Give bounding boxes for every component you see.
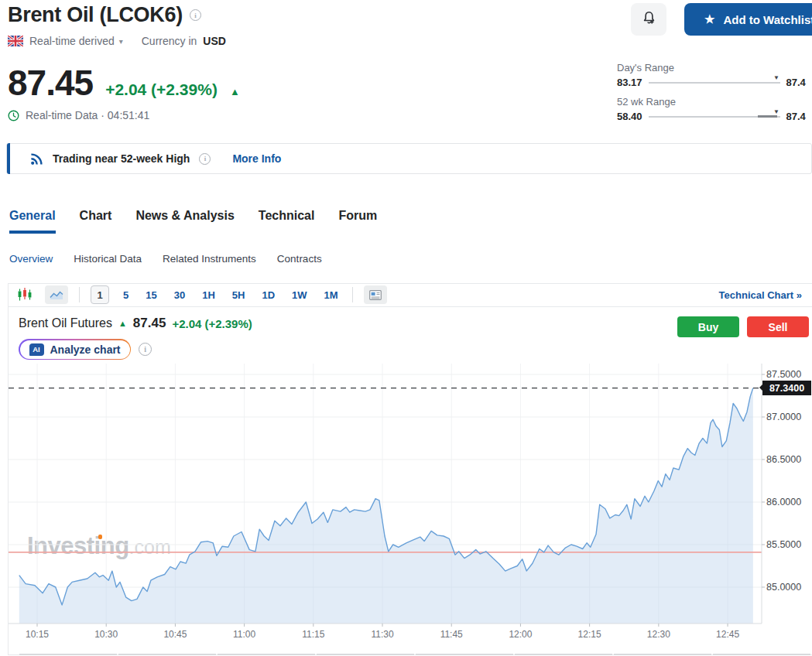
price-up-icon: ▲ [230,86,240,97]
header-title-row: Brent Oil (LCOK6) i [8,3,201,27]
x-axis-label: 11:45 [434,629,468,640]
tab-chart[interactable]: Chart [80,209,112,234]
interval-1w[interactable]: 1W [289,289,310,301]
wk52-range-slider: ▼ [649,116,780,118]
realtime-data-text: Real-time Data · 04:51:41 [26,109,149,121]
x-axis-label: 11:00 [228,629,262,640]
currency-in-label: Currency in [142,35,197,47]
subtab-contracts[interactable]: Contracts [277,253,322,265]
wk52-range-low: 58.40 [617,111,642,122]
table-border-segment [416,654,513,655]
data-type-dropdown[interactable]: Real-time derived ▾ [29,35,123,47]
clock-icon [8,110,19,121]
chart-plot-area[interactable] [9,364,753,624]
price-change: +2.04 (+2.39%) [105,80,218,99]
buy-button[interactable]: Buy [677,316,739,337]
wk52-range-high: 87.4 [786,111,806,122]
chevron-down-icon: ▾ [119,37,123,46]
alert-banner: Trading near 52-week High i More Info [6,143,812,174]
range-pin-icon: ▼ [773,74,779,81]
banner-info-icon[interactable]: i [199,153,211,165]
interval-1m[interactable]: 1M [321,289,341,301]
analyze-chart-row: AI Analyze chart i [19,339,152,360]
table-border-segment [614,654,711,655]
y-axis-label: 85.5000 [766,539,811,550]
subtab-overview[interactable]: Overview [9,253,53,265]
tab-technical[interactable]: Technical [259,209,315,234]
subtab-historical-data[interactable]: Historical Data [74,253,142,265]
y-axis-label: 86.0000 [766,497,811,507]
interval-5[interactable]: 5 [120,289,132,301]
days-range-slider: ▼ [649,82,780,84]
chart-title-row: Brent Oil Futures ▲ 87.45 +2.04 (+2.39%) [19,316,252,331]
interval-30[interactable]: 30 [171,289,188,301]
price-alert-button[interactable] [631,3,666,36]
main-tabs: General Chart News & Analysis Technical … [9,209,377,234]
x-axis-label: 11:15 [296,629,331,640]
last-price: 87.45 [8,62,93,104]
chart-change: +2.04 (+2.39%) [172,317,252,330]
wk52-range-segment [758,115,778,118]
technical-chart-link[interactable]: Technical Chart » [719,289,802,301]
tab-news-analysis[interactable]: News & Analysis [135,209,234,234]
candlestick-chart-icon[interactable] [15,285,34,304]
interval-1h[interactable]: 1H [199,289,218,301]
table-border-segment [218,654,315,655]
range-pin-icon: ▼ [773,108,779,115]
chart-price: 87.45 [133,316,166,331]
y-axis-label: 87.5000 [766,369,811,380]
table-border-segment [713,654,810,655]
subtab-related-instruments[interactable]: Related Instruments [163,253,256,265]
sell-button[interactable]: Sell [747,316,809,337]
add-to-watchlist-button[interactable]: ★ Add to Watchlist [684,3,812,36]
last-price-tag: 87.3400 [762,381,811,395]
analyze-info-icon[interactable]: i [139,343,152,356]
days-range-label: Day's Range [617,62,806,73]
watchlist-label: Add to Watchlist [723,13,812,26]
banner-text: Trading near 52-week High [53,152,190,165]
x-axis-label: 10:30 [89,629,123,640]
title-info-icon[interactable]: i [190,9,201,21]
x-axis-label: 12:15 [573,629,607,640]
table-border-segment [515,654,612,655]
y-axis-label: 86.5000 [766,454,811,465]
ai-badge-icon: AI [29,343,44,356]
table-border-segment [118,654,216,655]
banner-accent-bar [7,143,10,174]
x-axis-label: 10:15 [20,629,54,640]
chart-instrument-name: Brent Oil Futures [19,316,112,330]
realtime-clock-row: Real-time Data · 04:51:41 [8,109,149,121]
currency-value: USD [203,35,226,47]
x-axis-label: 10:45 [158,629,192,640]
interval-15[interactable]: 15 [142,289,159,301]
analyze-chart-button[interactable]: AI Analyze chart [19,339,131,360]
interval-5h[interactable]: 5H [229,289,248,301]
signal-rss-icon [30,152,43,166]
y-axis-label: 85.0000 [766,582,811,593]
page-title: Brent Oil (LCOK6) [8,3,183,27]
table-border-segment [19,654,117,655]
tab-general[interactable]: General [9,209,56,234]
chart-up-icon: ▲ [118,319,127,328]
toolbar-divider [352,287,353,302]
days-range-block: Day's Range 83.17 ▼ 87.4 [617,62,806,88]
x-axis-label: 12:00 [503,629,537,640]
x-axis-label: 12:45 [711,629,745,640]
chart-toolbar: 1 5 15 30 1H 5H 1D 1W 1M Technical Chart… [8,283,812,307]
star-icon: ★ [704,12,714,26]
data-type-label: Real-time derived [29,35,115,47]
wk52-range-label: 52 wk Range [617,96,806,108]
wk52-range-block: 52 wk Range 58.40 ▼ 87.4 [617,96,806,122]
sub-tabs: Overview Historical Data Related Instrum… [9,253,322,265]
tab-forum[interactable]: Forum [338,209,377,234]
interval-1d[interactable]: 1D [259,289,278,301]
bell-plus-icon [642,11,656,29]
area-chart-icon[interactable] [45,285,68,304]
more-info-link[interactable]: More Info [232,152,281,165]
y-axis-label: 87.0000 [766,412,811,422]
interval-1[interactable]: 1 [91,285,109,304]
news-panel-icon[interactable] [364,285,387,304]
price-row: 87.45 +2.04 (+2.39%) ▲ [8,62,240,104]
days-range-high: 87.4 [786,77,806,88]
x-axis-label: 11:30 [365,629,399,640]
